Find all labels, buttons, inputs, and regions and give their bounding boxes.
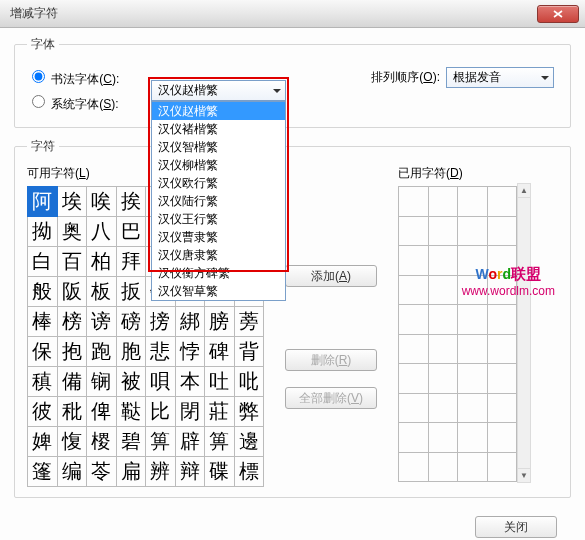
char-cell[interactable]: 邊 [234, 427, 264, 457]
char-cell[interactable]: 保 [28, 337, 58, 367]
used-cell[interactable] [399, 364, 429, 394]
font-option[interactable]: 汉仪智草繁 [152, 282, 285, 300]
char-cell[interactable]: 编 [57, 457, 87, 487]
used-cell[interactable] [487, 393, 517, 423]
char-cell[interactable]: 秕 [57, 397, 87, 427]
char-cell[interactable]: 㮨 [87, 427, 117, 457]
char-cell[interactable]: 篷 [28, 457, 58, 487]
char-cell[interactable]: 閉 [175, 397, 205, 427]
char-cell[interactable]: 悲 [146, 337, 176, 367]
sort-combo[interactable]: 根据发音 [446, 67, 554, 88]
char-cell[interactable]: 背 [234, 337, 264, 367]
char-cell[interactable]: 埃 [57, 187, 87, 217]
char-cell[interactable]: 白 [28, 247, 58, 277]
radio-calligraphy[interactable]: 书法字体(C): [27, 67, 137, 88]
char-cell[interactable]: 婢 [28, 427, 58, 457]
radio-system[interactable]: 系统字体(S): [27, 92, 137, 113]
font-option[interactable]: 汉仪欧行繁 [152, 174, 285, 192]
used-cell[interactable] [458, 334, 488, 364]
used-cell[interactable] [487, 452, 517, 482]
font-option[interactable]: 汉仪褚楷繁 [152, 120, 285, 138]
used-cell[interactable] [458, 216, 488, 246]
char-cell[interactable]: 碟 [205, 457, 235, 487]
used-cell[interactable] [458, 393, 488, 423]
char-cell[interactable]: 碧 [116, 427, 146, 457]
font-option[interactable]: 汉仪柳楷繁 [152, 156, 285, 174]
used-cell[interactable] [399, 334, 429, 364]
close-button[interactable]: 关闭 [475, 516, 557, 538]
used-cell[interactable] [399, 452, 429, 482]
used-cell[interactable] [428, 305, 458, 335]
char-cell[interactable]: 唄 [146, 367, 176, 397]
char-cell[interactable]: 拗 [28, 217, 58, 247]
used-cell[interactable] [428, 216, 458, 246]
used-cell[interactable] [399, 275, 429, 305]
used-cell[interactable] [458, 364, 488, 394]
window-close-button[interactable] [537, 5, 579, 23]
char-cell[interactable]: 板 [87, 277, 117, 307]
char-cell[interactable]: 箅 [146, 427, 176, 457]
used-cell[interactable] [487, 275, 517, 305]
used-cell[interactable] [399, 423, 429, 453]
used-cell[interactable] [428, 334, 458, 364]
remove-button[interactable]: 删除(R) [285, 349, 377, 371]
used-cell[interactable] [487, 364, 517, 394]
scroll-up-icon[interactable]: ▲ [518, 184, 530, 198]
used-cell[interactable] [399, 246, 429, 276]
char-cell[interactable]: 磅 [116, 307, 146, 337]
used-cell[interactable] [428, 393, 458, 423]
used-cell[interactable] [428, 423, 458, 453]
used-cell[interactable] [428, 452, 458, 482]
char-cell[interactable]: 弊 [234, 397, 264, 427]
char-cell[interactable]: 挨 [116, 187, 146, 217]
used-scrollbar[interactable]: ▲ ▼ [517, 183, 531, 483]
char-cell[interactable]: 阿 [28, 187, 58, 217]
char-cell[interactable]: 彼 [28, 397, 58, 427]
char-cell[interactable]: 拜 [116, 247, 146, 277]
used-cell[interactable] [428, 187, 458, 217]
used-cell[interactable] [458, 305, 488, 335]
used-cell[interactable] [428, 364, 458, 394]
font-option[interactable]: 汉仪衡方碑繁 [152, 264, 285, 282]
used-cell[interactable] [428, 246, 458, 276]
char-cell[interactable]: 悖 [175, 337, 205, 367]
char-cell[interactable]: 辩 [175, 457, 205, 487]
char-cell[interactable]: 莊 [205, 397, 235, 427]
char-cell[interactable]: 唉 [87, 187, 117, 217]
used-cell[interactable] [399, 216, 429, 246]
char-cell[interactable]: 柏 [87, 247, 117, 277]
used-cell[interactable] [428, 275, 458, 305]
used-cell[interactable] [487, 423, 517, 453]
used-cell[interactable] [458, 423, 488, 453]
char-cell[interactable]: 扳 [116, 277, 146, 307]
char-cell[interactable]: 比 [146, 397, 176, 427]
char-cell[interactable]: 扁 [116, 457, 146, 487]
char-cell[interactable]: 百 [57, 247, 87, 277]
font-option[interactable]: 汉仪陆行繁 [152, 192, 285, 210]
font-option[interactable]: 汉仪唐隶繁 [152, 246, 285, 264]
char-cell[interactable]: 锎 [87, 367, 117, 397]
char-cell[interactable]: 蒡 [234, 307, 264, 337]
used-cell[interactable] [458, 187, 488, 217]
char-cell[interactable]: 吐 [205, 367, 235, 397]
char-cell[interactable]: 綁 [175, 307, 205, 337]
char-cell[interactable]: 辨 [146, 457, 176, 487]
char-cell[interactable]: 巴 [116, 217, 146, 247]
char-cell[interactable]: 阪 [57, 277, 87, 307]
used-cell[interactable] [487, 305, 517, 335]
font-option[interactable]: 汉仪曹隶繁 [152, 228, 285, 246]
char-cell[interactable]: 吡 [234, 367, 264, 397]
used-cell[interactable] [458, 452, 488, 482]
font-option[interactable]: 汉仪赵楷繁 [152, 102, 285, 120]
char-cell[interactable]: 標 [234, 457, 264, 487]
char-cell[interactable]: 備 [57, 367, 87, 397]
char-cell[interactable]: 膀 [205, 307, 235, 337]
used-cell[interactable] [458, 275, 488, 305]
char-cell[interactable]: 俾 [87, 397, 117, 427]
char-cell[interactable]: 被 [116, 367, 146, 397]
used-cell[interactable] [487, 187, 517, 217]
font-option[interactable]: 汉仪智楷繁 [152, 138, 285, 156]
used-char-grid[interactable] [398, 186, 517, 482]
char-cell[interactable]: 稹 [28, 367, 58, 397]
char-cell[interactable]: 胞 [116, 337, 146, 367]
